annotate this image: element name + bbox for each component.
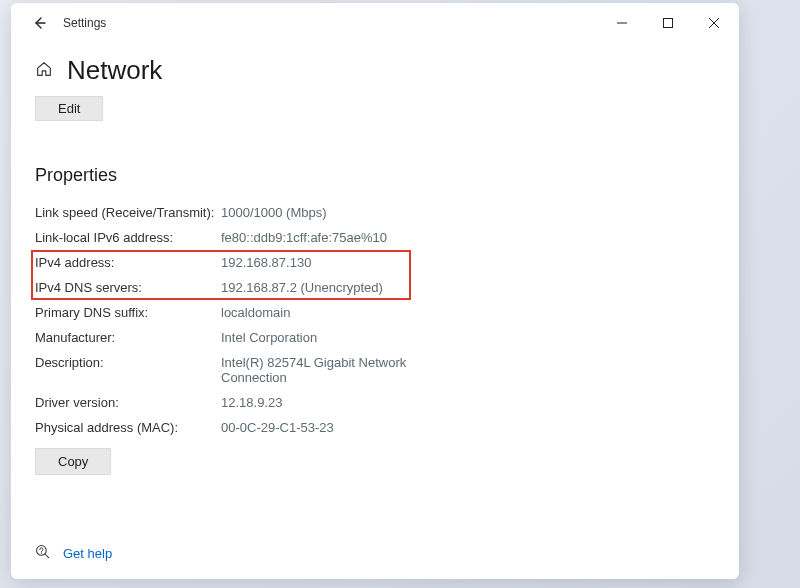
close-button[interactable] bbox=[691, 3, 737, 43]
home-icon[interactable] bbox=[35, 60, 53, 81]
settings-window: Settings Network Edit Properties Link sp… bbox=[11, 3, 739, 579]
property-value: localdomain bbox=[221, 305, 290, 320]
arrow-left-icon bbox=[31, 15, 47, 31]
minimize-button[interactable] bbox=[599, 3, 645, 43]
property-row: Physical address (MAC): 00-0C-29-C1-53-2… bbox=[35, 415, 715, 440]
titlebar: Settings bbox=[11, 3, 739, 43]
property-label: Primary DNS suffix: bbox=[35, 305, 221, 320]
property-label: Driver version: bbox=[35, 395, 221, 410]
property-value: Intel(R) 82574L Gigabit Network Connecti… bbox=[221, 355, 461, 385]
property-row: Link speed (Receive/Transmit): 1000/1000… bbox=[35, 200, 715, 225]
page-header: Network bbox=[35, 55, 715, 86]
property-label: Description: bbox=[35, 355, 221, 370]
property-value: 12.18.9.23 bbox=[221, 395, 282, 410]
help-row: Get help bbox=[35, 544, 112, 563]
property-value: 00-0C-29-C1-53-23 bbox=[221, 420, 334, 435]
copy-button[interactable]: Copy bbox=[35, 448, 111, 475]
property-row: IPv4 DNS servers: 192.168.87.2 (Unencryp… bbox=[35, 275, 715, 300]
property-label: Manufacturer: bbox=[35, 330, 221, 345]
property-row: Link-local IPv6 address: fe80::ddb9:1cff… bbox=[35, 225, 715, 250]
back-button[interactable] bbox=[17, 3, 61, 43]
property-label: Link-local IPv6 address: bbox=[35, 230, 221, 245]
window-title: Settings bbox=[61, 16, 106, 30]
content-pane: Network Edit Properties Link speed (Rece… bbox=[11, 43, 739, 475]
svg-rect-2 bbox=[664, 19, 673, 28]
page-title: Network bbox=[67, 55, 162, 86]
properties-heading: Properties bbox=[35, 165, 715, 186]
window-controls bbox=[599, 3, 737, 43]
property-value: Intel Corporation bbox=[221, 330, 317, 345]
svg-point-6 bbox=[41, 553, 42, 554]
property-label: IPv4 DNS servers: bbox=[35, 280, 221, 295]
close-icon bbox=[709, 18, 719, 28]
property-row: Primary DNS suffix: localdomain bbox=[35, 300, 715, 325]
minimize-icon bbox=[617, 18, 627, 28]
properties-list: Link speed (Receive/Transmit): 1000/1000… bbox=[35, 200, 715, 475]
property-row: Description: Intel(R) 82574L Gigabit Net… bbox=[35, 350, 715, 390]
property-value: 192.168.87.2 (Unencrypted) bbox=[221, 280, 383, 295]
property-label: Physical address (MAC): bbox=[35, 420, 221, 435]
edit-button[interactable]: Edit bbox=[35, 96, 103, 121]
property-label: Link speed (Receive/Transmit): bbox=[35, 205, 221, 220]
property-row: Driver version: 12.18.9.23 bbox=[35, 390, 715, 415]
maximize-icon bbox=[663, 18, 673, 28]
property-row: Manufacturer: Intel Corporation bbox=[35, 325, 715, 350]
help-icon[interactable] bbox=[35, 544, 51, 563]
maximize-button[interactable] bbox=[645, 3, 691, 43]
property-value: fe80::ddb9:1cff:afe:75ae%10 bbox=[221, 230, 387, 245]
property-label: IPv4 address: bbox=[35, 255, 221, 270]
get-help-link[interactable]: Get help bbox=[63, 546, 112, 561]
property-value: 1000/1000 (Mbps) bbox=[221, 205, 327, 220]
property-value: 192.168.87.130 bbox=[221, 255, 311, 270]
property-row: IPv4 address: 192.168.87.130 bbox=[35, 250, 715, 275]
